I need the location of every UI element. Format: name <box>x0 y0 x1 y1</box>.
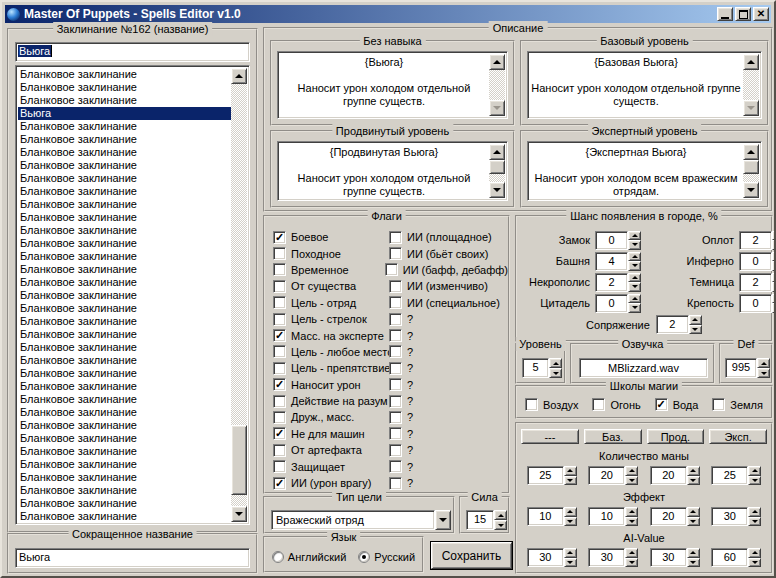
spell-name-input[interactable]: Вьюга <box>15 42 250 62</box>
flag-right-9-checkbox[interactable] <box>389 378 402 391</box>
town-chance-spinner-value[interactable]: 0 <box>595 231 628 250</box>
flag-right-0-checkbox[interactable] <box>389 231 402 244</box>
flag-right-5-checkbox[interactable] <box>389 313 402 326</box>
flag-left-14-checkbox[interactable] <box>273 460 286 473</box>
town-chance-spinner-up-button[interactable] <box>772 231 776 241</box>
spell-list-item[interactable]: Бланковое заклинание <box>18 432 231 445</box>
flag-right-10[interactable]: ? <box>389 395 413 408</box>
flag-left-3[interactable]: От существа <box>273 280 389 293</box>
school-3-checkbox[interactable] <box>712 398 725 411</box>
spell-list-item[interactable]: Бланковое заклинание <box>18 484 231 497</box>
town-chance-spinner-down-button[interactable] <box>628 261 641 271</box>
spell-list-item[interactable]: Бланковое заклинание <box>18 211 231 224</box>
stats-spinner-down-button[interactable] <box>625 517 638 527</box>
spell-list-item[interactable]: Бланковое заклинание <box>18 237 231 250</box>
flag-left-4-checkbox[interactable] <box>273 296 286 309</box>
title-bar[interactable]: Master Of Puppets - Spells Editor v1.0 ✕ <box>5 5 771 23</box>
flag-left-6[interactable]: ✓Масс. на эксперте <box>273 329 389 342</box>
stats-spinner-value[interactable]: 30 <box>650 548 687 567</box>
stats-spinner-down-button[interactable] <box>687 476 700 486</box>
flag-right-0[interactable]: ИИ (площадное) <box>389 231 492 244</box>
desc-text-area[interactable]: {Продвинутая Вьюга}Наносит урон холодом … <box>277 141 508 201</box>
flag-right-14[interactable]: ? <box>389 460 413 473</box>
spell-list-item[interactable]: Бланковое заклинание <box>18 133 231 146</box>
spell-list-item[interactable]: Бланковое заклинание <box>18 471 231 484</box>
level-spinner-down-button[interactable] <box>549 368 562 378</box>
stats-spinner-up-button[interactable] <box>687 507 700 517</box>
stats-spinner-down-button[interactable] <box>687 517 700 527</box>
flag-left-9-checkbox[interactable]: ✓ <box>273 378 286 391</box>
spell-list-item[interactable]: Бланковое заклинание <box>18 315 231 328</box>
spell-listbox[interactable]: Бланковое заклинаниеБланковое заклинание… <box>15 65 250 525</box>
spell-list-item[interactable]: Бланковое заклинание <box>18 328 231 341</box>
stats-spinner-up-button[interactable] <box>748 507 761 517</box>
desc-scrollbar[interactable] <box>489 144 505 198</box>
flag-right-12[interactable]: ? <box>389 427 413 440</box>
spell-list-item[interactable]: Бланковое заклинание <box>18 367 231 380</box>
flag-left-13-checkbox[interactable] <box>273 444 286 457</box>
stats-spinner-value[interactable]: 25 <box>527 466 564 485</box>
flag-left-2[interactable]: Временное <box>273 263 385 276</box>
desc-scrollbar-down-button[interactable] <box>743 100 759 116</box>
town-chance-spinner-up-button[interactable] <box>772 252 776 262</box>
close-button[interactable]: ✕ <box>753 7 769 21</box>
town-chance-spinner-up-button[interactable] <box>689 315 702 325</box>
stats-header-button[interactable]: --- <box>521 429 579 444</box>
flag-right-11[interactable]: ? <box>389 411 413 424</box>
desc-scrollbar-down-button[interactable] <box>489 100 505 116</box>
town-chance-spinner-value[interactable]: 0 <box>739 294 772 313</box>
desc-scrollbar[interactable] <box>489 54 505 116</box>
flag-left-6-checkbox[interactable]: ✓ <box>273 329 286 342</box>
town-chance-spinner-down-button[interactable] <box>689 325 702 335</box>
flag-left-0[interactable]: ✓Боевое <box>273 231 389 244</box>
flag-left-7-checkbox[interactable] <box>273 345 286 358</box>
level-spinner-value[interactable]: 5 <box>522 358 549 378</box>
spell-list-item[interactable]: Бланковое заклинание <box>18 224 231 237</box>
stats-spinner-down-button[interactable] <box>564 476 577 486</box>
spell-list-item[interactable]: Бланковое заклинание <box>18 419 231 432</box>
desc-scrollbar-down-button[interactable] <box>743 182 759 198</box>
spell-list-item[interactable]: Бланковое заклинание <box>18 185 231 198</box>
stats-spinner-value[interactable]: 30 <box>527 548 564 567</box>
spell-list-item[interactable]: Бланковое заклинание <box>18 94 231 107</box>
school-0[interactable]: Воздух <box>525 398 579 411</box>
flag-left-1-checkbox[interactable] <box>273 247 286 260</box>
desc-scrollbar[interactable] <box>743 144 759 198</box>
stats-spinner-value[interactable]: 10 <box>588 507 625 526</box>
language-radio-0[interactable]: Английский <box>272 551 347 563</box>
flag-right-1-checkbox[interactable] <box>389 247 402 260</box>
flag-right-15[interactable]: ? <box>389 477 413 490</box>
stats-header-button[interactable]: Баз. <box>584 429 642 444</box>
school-2[interactable]: ✓Вода <box>655 398 699 411</box>
flag-right-4[interactable]: ИИ (специальное) <box>389 296 500 309</box>
power-spinner-value[interactable]: 15 <box>466 510 494 530</box>
spell-list-item[interactable]: Бланковое заклинание <box>18 289 231 302</box>
flag-left-5[interactable]: Цель - стрелок <box>273 313 389 326</box>
stats-spinner-value[interactable]: 25 <box>711 466 748 485</box>
desc-scrollbar-up-button[interactable] <box>489 144 505 160</box>
level-spinner-up-button[interactable] <box>549 358 562 368</box>
def-spinner-up-button[interactable] <box>757 358 770 368</box>
town-chance-spinner-value[interactable]: 4 <box>595 252 628 271</box>
desc-scrollbar-thumb[interactable] <box>489 160 505 174</box>
stats-spinner-up-button[interactable] <box>564 507 577 517</box>
town-chance-spinner-down-button[interactable] <box>628 282 641 292</box>
flag-left-12[interactable]: ✓Не для машин <box>273 427 389 440</box>
stats-spinner-down-button[interactable] <box>748 517 761 527</box>
spell-list-item[interactable]: Бланковое заклинание <box>18 445 231 458</box>
flag-right-4-checkbox[interactable] <box>389 296 402 309</box>
flag-right-3-checkbox[interactable] <box>389 280 402 293</box>
spell-list-item[interactable]: Бланковое заклинание <box>18 81 231 94</box>
town-chance-spinner-down-button[interactable] <box>628 240 641 250</box>
stats-spinner-up-button[interactable] <box>687 466 700 476</box>
town-chance-spinner-down-button[interactable] <box>772 261 776 271</box>
desc-scrollbar-thumb[interactable] <box>743 160 759 174</box>
spell-list-item[interactable]: Бланковое заклинание <box>18 159 231 172</box>
flag-left-5-checkbox[interactable] <box>273 313 286 326</box>
spell-list-scrollbar-thumb[interactable] <box>231 425 247 495</box>
stats-spinner-up-button[interactable] <box>625 548 638 558</box>
flag-right-1[interactable]: ИИ (бьёт своих) <box>389 247 488 260</box>
stats-spinner-value[interactable]: 10 <box>527 507 564 526</box>
short-name-input[interactable]: Вьюга <box>15 548 250 568</box>
town-chance-spinner-up-button[interactable] <box>772 294 776 304</box>
